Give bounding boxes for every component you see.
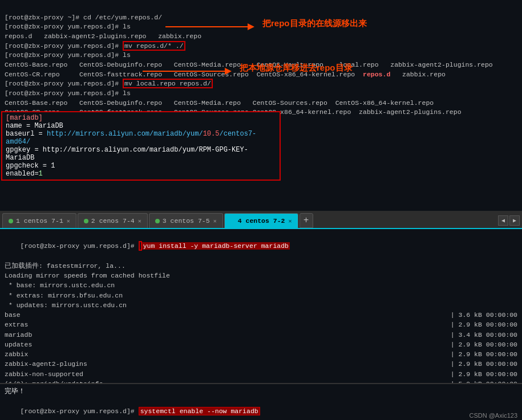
mariadb-header: [mariadb] — [6, 114, 276, 122]
mariadb-gpgcheck: gpgcheck = 1 — [6, 162, 276, 170]
middle-prompt-line: [root@zbx-proxy yum.repos.d]# yum instal… — [5, 231, 517, 261]
mariadb-name: name = MariaDB — [6, 122, 276, 130]
mariadb-gpgkey: gpgkey = http://mirrors.aliyun.com/maria… — [6, 146, 276, 162]
repo-row-zabbix-non: zabbix-non-supported| 2.9 kB 00:00:00 — [5, 369, 517, 379]
annotation-2: 把本地源仓库移进去repo目录 — [240, 63, 353, 74]
repo-row-extras: extras| 2.9 kB 00:00:00 — [5, 320, 517, 329]
base-mirror-line: * base: mirrors.ustc.edu.cn — [5, 280, 517, 290]
tab-dot-1 — [9, 219, 13, 223]
repo-row-updates: updates| 2.9 kB 00:00:00 — [5, 340, 517, 349]
top-terminal: [root@zbx-proxy ~]# cd /etc/yum.repos.d/… — [0, 0, 522, 211]
loading-mirrors-line: Loading mirror speeds from cached hostfi… — [5, 271, 517, 280]
middle-prompt-prefix: [root@zbx-proxy yum.repos.d]# — [21, 242, 139, 250]
extras-mirror-line: * extras: mirrors.bfsu.edu.cn — [5, 291, 517, 300]
systemctl-prompt: [root@zbx-proxy yum.repos.d]# — [21, 407, 139, 415]
line-3: repos.d zabbix-agent2-plugins.repo zabbi… — [5, 32, 201, 40]
watermark: CSDN @Axic123 — [469, 412, 517, 419]
tab-dot-3 — [155, 219, 160, 223]
tab-add-button[interactable]: + — [300, 213, 313, 228]
tab-centos-7-5[interactable]: 3 centos 7-5 ✕ — [149, 213, 223, 228]
tab-prev-button[interactable]: ◀ — [498, 215, 508, 226]
repo-row-mariadb: mariadb| 3.4 kB 00:00:00 — [5, 330, 517, 340]
tab-next-button[interactable]: ▶ — [509, 215, 520, 226]
updates-mirror-line: * updates: mirrors.ustc.edu.cn — [5, 300, 517, 310]
mv-cmd-2: mv local.repo repos.d/ — [123, 79, 213, 88]
complete-label: 完毕！ — [5, 386, 517, 397]
tab-close-3[interactable]: ✕ — [213, 218, 217, 225]
mariadb-config-box: [mariadb] name = MariaDB baseurl = http:… — [1, 111, 281, 181]
systemctl-line: [root@zbx-proxy yum.repos.d]# systemctl … — [5, 397, 517, 420]
line-9: [root@zbx-proxy yum.repos.d]# ls — [5, 89, 131, 97]
install-cmd — [139, 241, 142, 251]
line-1: [root@zbx-proxy ~]# cd /etc/yum.repos.d/ — [5, 14, 162, 21]
bottom-terminal: 完毕！ [root@zbx-proxy yum.repos.d]# system… — [0, 383, 522, 420]
mariadb-enabled: enabled=1 — [6, 170, 276, 178]
tab-centos-7-1[interactable]: 1 centos 7-1 ✕ — [2, 213, 76, 228]
repo-row-updateinfo: (1/9): mariadb/updateinfo| 5.9 kB 00:00:… — [5, 379, 517, 383]
tab-label-3: 3 centos 7-5 — [163, 217, 210, 225]
tabs-bar: 1 centos 7-1 ✕ 2 cenos 7-4 ✕ 3 centos 7-… — [0, 211, 522, 229]
fastestmirror-line: 已加载插件: fastestmirror, la... — [5, 261, 517, 271]
line-5: [root@zbx-proxy yum.repos.d]# ls — [5, 51, 131, 59]
tab-cenos-7-4[interactable]: 2 cenos 7-4 ✕ — [78, 213, 148, 228]
line-10: CentOS-Base.repo CentOS-Debuginfo.repo C… — [5, 99, 434, 107]
repo-row-zabbix: zabbix| 2.9 kB 00:00:00 — [5, 349, 517, 359]
tab-dot-4 — [230, 219, 235, 223]
tab-label-1: 1 centos 7-1 — [16, 217, 63, 225]
tab-close-4[interactable]: ✕ — [289, 218, 292, 225]
tab-nav-controls: ◀ ▶ — [498, 215, 520, 226]
line-4: [root@zbx-proxy yum.repos.d]# mv repos.d… — [5, 41, 185, 51]
line-8: [root@zbx-proxy yum.repos.d]# mv local.r… — [5, 79, 213, 88]
repo-row-base: base| 3.6 kB 00:00:00 — [5, 310, 517, 320]
tab-close-1[interactable]: ✕ — [67, 218, 70, 225]
mv-cmd-1: mv repos.d/* ./ — [123, 41, 185, 51]
tab-centos-7-2[interactable]: 4 centos 7-2 ✕ — [224, 213, 298, 228]
repo-row-zabbix-agent2: zabbix-agent2-plugins| 2.9 kB 00:00:00 — [5, 359, 517, 369]
tab-dot-2 — [84, 219, 88, 223]
line-7: CentOS-CR.repo CentOS-fasttrack.repo Cen… — [5, 71, 446, 78]
annotation-1: 把repo目录的在线源移出来 — [262, 18, 367, 29]
tab-close-2[interactable]: ✕ — [138, 218, 141, 225]
systemctl-cmd: systemctl enable --now mariadb — [139, 407, 260, 415]
middle-terminal: [root@zbx-proxy yum.repos.d]# yum instal… — [0, 229, 522, 383]
mariadb-baseurl: baseurl = http://mirrors.aliyun.com/mari… — [6, 130, 276, 146]
tab-label-4: 4 centos 7-2 — [238, 217, 285, 225]
line-2: [root@zbx-proxy yum.repos.d]# ls — [5, 23, 131, 30]
tab-label-2: 2 cenos 7-4 — [91, 217, 135, 225]
